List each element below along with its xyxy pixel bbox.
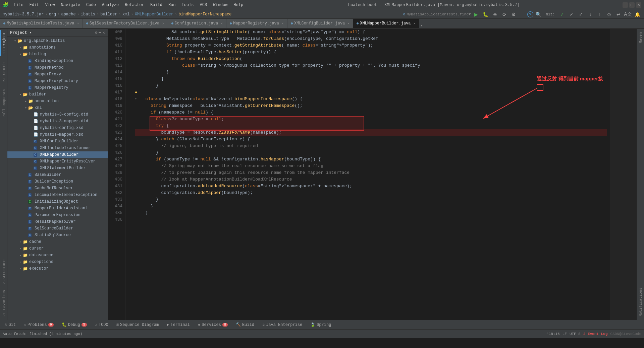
menu-build[interactable]: Build <box>148 3 164 7</box>
coverage-button[interactable]: ⊕ <box>491 10 499 18</box>
bc-apache[interactable]: apache <box>61 12 75 17</box>
tab-xmlmapperbuilder[interactable]: XMLMapperBuilder.java ✕ <box>353 19 419 28</box>
menu-edit[interactable]: Edit <box>28 3 41 7</box>
tree-item-cursor[interactable]: ▸📁cursor <box>7 245 108 252</box>
menu-code[interactable]: Code <box>84 3 98 7</box>
bottom-todo[interactable]: ☑ TODO <box>93 320 110 329</box>
tab-sqlsessionfactorybuilder[interactable]: SqlSessionFactoryBuilder.java ✕ <box>83 19 168 28</box>
tree-item-parameterexpression[interactable]: CParameterExpression <box>7 212 108 218</box>
tree-item-xmlstatementbuilder[interactable]: CXMLStatementBuilder <box>7 165 108 171</box>
bottom-debug[interactable]: 🐛 Debug 5 <box>60 320 89 329</box>
tab-close[interactable]: ✕ <box>282 21 284 25</box>
maven-panel[interactable]: Maven <box>638 30 644 45</box>
panel-commit[interactable]: 6: Commit <box>0 60 7 83</box>
minimize-button[interactable]: ─ <box>623 2 628 8</box>
fold-icon[interactable]: ▾ <box>135 96 140 102</box>
tree-item-basebuilder[interactable]: CBaseBuilder <box>7 171 108 178</box>
tree-item-xml[interactable]: ▾📂xml <box>7 105 108 111</box>
menu-refactor[interactable]: Refactor <box>123 3 146 7</box>
tree-item-mapperproxyfactory[interactable]: CMapperProxyFactory <box>7 78 108 84</box>
code-content[interactable]: && context.getStringAttribute( name: cla… <box>132 29 610 223</box>
tab-close[interactable]: ✕ <box>347 21 350 25</box>
bc-org[interactable]: org <box>49 12 56 17</box>
git-push[interactable]: ↑ <box>596 10 604 18</box>
bc-xml[interactable]: xml <box>122 12 130 17</box>
panel-favorites[interactable]: 2: Favorites <box>0 288 7 319</box>
close-button[interactable]: ✕ <box>636 2 641 8</box>
menu-vcs[interactable]: VCS <box>198 3 209 7</box>
tree-item-mapperregistry[interactable]: CMapperRegistry <box>7 84 108 91</box>
bc-method[interactable]: bindMapperForNamespace <box>178 12 231 17</box>
bc-ibatis[interactable]: ibatis <box>81 12 95 17</box>
tab-close[interactable]: ✕ <box>221 21 223 25</box>
run-button[interactable]: ▶ <box>472 10 480 18</box>
tree-item-initializingobject[interactable]: IInitializingObject <box>7 198 108 205</box>
tree-item-cacherefresolver[interactable]: CCacheRefResolver <box>7 185 108 192</box>
bottom-sequence[interactable]: ≋ Sequence Diagram <box>114 320 161 329</box>
tree-item-xmlmapperentityresolver[interactable]: CXMLMapperEntityResolver <box>7 158 108 165</box>
sidebar-collapse[interactable]: ━ <box>99 30 101 35</box>
help-button[interactable]: ? <box>527 11 533 17</box>
bc-builder[interactable]: builder <box>100 12 117 17</box>
tree-item-datasource[interactable]: ▸📁datasource <box>7 252 108 259</box>
tree-item-executor[interactable]: ▸📁executor <box>7 265 108 272</box>
tree-item-annotation[interactable]: ▸📁annotation <box>7 98 108 105</box>
bc-class[interactable]: XMLMapperBuilder <box>135 12 173 17</box>
tree-item-mybatis-mapper-xsd[interactable]: 📄mybatis-mapper.xsd <box>7 131 108 138</box>
menu-view[interactable]: View <box>43 3 57 7</box>
translate-btn[interactable]: A文 <box>624 10 632 18</box>
notifications-panel[interactable]: Notifications <box>638 286 644 319</box>
tree-item-staticsqlsource[interactable]: CStaticSqlSource <box>7 232 108 238</box>
tab-mybatisapplicationtests[interactable]: MyBatisApplicationTests.java ✕ <box>0 19 83 28</box>
bottom-terminal[interactable]: ▶ Terminal <box>165 320 192 329</box>
menu-navigate[interactable]: Navigate <box>59 3 82 7</box>
bottom-spring[interactable]: 🍃 Spring <box>308 320 333 329</box>
tab-close[interactable]: ✕ <box>414 21 416 25</box>
tree-item-mapperbuilderassistant[interactable]: CMapperBuilderAssistant <box>7 205 108 212</box>
tree-item-org-apache-ibatis[interactable]: ▾📂org.apache.ibatis <box>7 38 108 44</box>
bottom-services[interactable]: ◈ Services 8 <box>196 320 230 329</box>
maximize-button[interactable]: □ <box>629 2 635 8</box>
toolbar-btn1[interactable]: ⟳ <box>500 10 508 18</box>
bottom-problems[interactable]: ⚠ Problems 6 <box>22 320 56 329</box>
git-revert[interactable]: ↩ <box>614 10 623 18</box>
titlebar-controls[interactable]: ─ □ ✕ <box>623 2 641 8</box>
sidebar-close[interactable]: ✕ <box>103 30 105 35</box>
tab-overflow[interactable]: ▾ <box>419 23 644 28</box>
bottom-build[interactable]: 🔨 Build <box>234 320 256 329</box>
tab-mapperregistry[interactable]: MapperRegistry.java ✕ <box>226 19 287 28</box>
panel-pull-requests[interactable]: Pull Requests <box>0 87 7 120</box>
code-scroll-area[interactable]: && context.getStringAttribute( name: cla… <box>132 29 610 320</box>
tree-item-xmlincludetransformer[interactable]: CXMLIncludeTransformer <box>7 145 108 151</box>
tree-item-cache[interactable]: ▸📁cache <box>7 238 108 245</box>
tree-item-mapperproxy[interactable]: CMapperProxy <box>7 71 108 78</box>
tab-close[interactable]: ✕ <box>77 21 79 25</box>
tree-item-mybatis-3-config-dtd[interactable]: 📄mybatis-3-config.dtd <box>7 111 108 118</box>
event-log-badge[interactable]: 2 Event Log <box>583 332 608 336</box>
git-history[interactable]: ⊙ <box>605 10 613 18</box>
search-button[interactable]: 🔍 <box>535 10 543 18</box>
tree-item-resultmapresolver[interactable]: CResultMapResolver <box>7 218 108 225</box>
git-btn2[interactable]: ✓ <box>568 10 576 18</box>
tree-item-sqlsourcebuilder[interactable]: CSqlSourceBuilder <box>7 225 108 232</box>
minimap[interactable] <box>610 29 637 320</box>
tree-item-xmlconfigbuilder[interactable]: CXMLConfigBuilder <box>7 138 108 145</box>
git-update[interactable]: ↓ <box>586 10 594 18</box>
notifications[interactable]: 🔔 <box>633 10 641 18</box>
tab-configuration[interactable]: Configuration.java ✕ <box>168 19 226 28</box>
tree-item-builder[interactable]: ▾📂builder <box>7 91 108 98</box>
menu-tools[interactable]: Tools <box>180 3 196 7</box>
tree-item-binding[interactable]: ▾📂binding <box>7 51 108 58</box>
debug-button[interactable]: 🐛 <box>482 10 490 18</box>
bottom-git[interactable]: ◎ Git <box>3 320 18 329</box>
tree-item-incompleteelementexception[interactable]: CIncompleteElementException <box>7 192 108 198</box>
tree-item-mybatis-config-xsd[interactable]: 📄mybatis-config.xsd <box>7 125 108 131</box>
menu-window[interactable]: Window <box>211 3 229 7</box>
menu-file[interactable]: File <box>12 3 25 7</box>
tab-xmlconfigbuilder[interactable]: XMLConfigBuilder.java ✕ <box>287 19 353 28</box>
tree-item-bindingexception[interactable]: CBindingException <box>7 58 108 64</box>
menu-run[interactable]: Run <box>166 3 178 7</box>
menu-analyze[interactable]: Analyze <box>100 3 121 7</box>
tab-close[interactable]: ✕ <box>162 21 164 25</box>
panel-project[interactable]: 1: Project <box>0 30 7 56</box>
